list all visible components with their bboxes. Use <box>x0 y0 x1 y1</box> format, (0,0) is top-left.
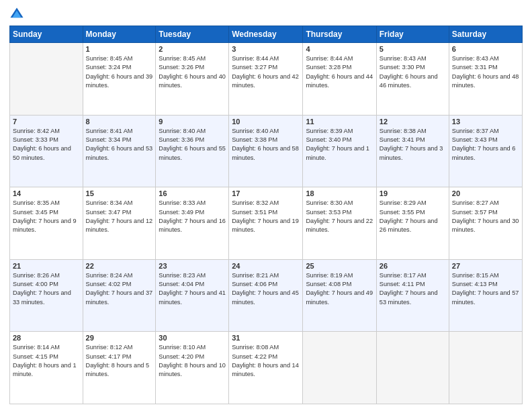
day-number: 26 <box>380 262 446 270</box>
day-info: Sunrise: 8:30 AMSunset: 3:53 PMDaylight:… <box>306 199 373 234</box>
calendar-cell <box>303 332 376 404</box>
day-info: Sunrise: 8:40 AMSunset: 3:36 PMDaylight:… <box>159 127 226 163</box>
calendar-cell: 7Sunrise: 8:42 AMSunset: 3:33 PMDaylight… <box>10 115 83 187</box>
day-info: Sunrise: 8:14 AMSunset: 4:15 PMDaylight:… <box>13 343 80 379</box>
day-info: Sunrise: 8:29 AMSunset: 3:55 PMDaylight:… <box>380 199 446 234</box>
day-number: 30 <box>159 334 226 342</box>
day-number: 5 <box>380 45 446 53</box>
day-info: Sunrise: 8:37 AMSunset: 3:43 PMDaylight:… <box>452 127 519 163</box>
day-number: 6 <box>452 45 519 53</box>
header-sunday: Sunday <box>10 26 83 43</box>
calendar-cell <box>10 43 83 116</box>
day-number: 14 <box>13 189 80 197</box>
day-number: 8 <box>86 118 153 126</box>
day-number: 18 <box>306 189 373 197</box>
calendar-header-row: SundayMondayTuesdayWednesdayThursdayFrid… <box>10 26 523 43</box>
calendar-cell: 28Sunrise: 8:14 AMSunset: 4:15 PMDayligh… <box>10 332 83 404</box>
day-number: 12 <box>380 118 446 126</box>
day-number: 2 <box>159 45 226 53</box>
day-info: Sunrise: 8:39 AMSunset: 3:40 PMDaylight:… <box>306 127 373 163</box>
day-number: 24 <box>232 262 300 270</box>
calendar-cell: 4Sunrise: 8:44 AMSunset: 3:28 PMDaylight… <box>303 43 376 116</box>
calendar-week-2: 7Sunrise: 8:42 AMSunset: 3:33 PMDaylight… <box>10 115 523 187</box>
calendar-cell <box>376 332 449 404</box>
calendar-week-1: 1Sunrise: 8:45 AMSunset: 3:24 PMDaylight… <box>10 43 523 116</box>
day-number: 13 <box>452 118 519 126</box>
day-info: Sunrise: 8:40 AMSunset: 3:38 PMDaylight:… <box>232 127 300 163</box>
calendar-cell: 8Sunrise: 8:41 AMSunset: 3:34 PMDaylight… <box>83 115 156 187</box>
header-thursday: Thursday <box>303 26 376 43</box>
header-monday: Monday <box>83 26 156 43</box>
calendar-cell: 1Sunrise: 8:45 AMSunset: 3:24 PMDaylight… <box>83 43 156 116</box>
day-info: Sunrise: 8:12 AMSunset: 4:17 PMDaylight:… <box>86 343 153 379</box>
day-info: Sunrise: 8:41 AMSunset: 3:34 PMDaylight:… <box>86 127 153 163</box>
calendar-cell: 20Sunrise: 8:27 AMSunset: 3:57 PMDayligh… <box>449 187 522 260</box>
day-info: Sunrise: 8:15 AMSunset: 4:13 PMDaylight:… <box>452 271 519 307</box>
day-number: 3 <box>232 45 300 53</box>
calendar-cell: 21Sunrise: 8:26 AMSunset: 4:00 PMDayligh… <box>10 259 83 332</box>
header-tuesday: Tuesday <box>156 26 229 43</box>
day-info: Sunrise: 8:32 AMSunset: 3:51 PMDaylight:… <box>232 199 300 234</box>
day-number: 22 <box>86 262 153 270</box>
day-info: Sunrise: 8:43 AMSunset: 3:30 PMDaylight:… <box>380 54 446 90</box>
calendar-cell: 6Sunrise: 8:43 AMSunset: 3:31 PMDaylight… <box>449 43 522 116</box>
calendar-cell: 23Sunrise: 8:23 AMSunset: 4:04 PMDayligh… <box>156 259 229 332</box>
day-info: Sunrise: 8:23 AMSunset: 4:04 PMDaylight:… <box>159 271 226 307</box>
day-number: 15 <box>86 189 153 197</box>
calendar-cell: 18Sunrise: 8:30 AMSunset: 3:53 PMDayligh… <box>303 187 376 260</box>
day-number: 28 <box>13 334 80 342</box>
calendar-table: SundayMondayTuesdayWednesdayThursdayFrid… <box>9 26 523 404</box>
calendar-cell: 15Sunrise: 8:34 AMSunset: 3:47 PMDayligh… <box>83 187 156 260</box>
day-info: Sunrise: 8:17 AMSunset: 4:11 PMDaylight:… <box>380 271 446 307</box>
calendar-cell: 14Sunrise: 8:35 AMSunset: 3:45 PMDayligh… <box>10 187 83 260</box>
calendar-cell: 31Sunrise: 8:08 AMSunset: 4:22 PMDayligh… <box>229 332 303 404</box>
day-number: 4 <box>306 45 373 53</box>
calendar-cell: 30Sunrise: 8:10 AMSunset: 4:20 PMDayligh… <box>156 332 229 404</box>
page: SundayMondayTuesdayWednesdayThursdayFrid… <box>0 0 532 411</box>
day-info: Sunrise: 8:45 AMSunset: 3:26 PMDaylight:… <box>159 54 226 90</box>
day-number: 9 <box>159 118 226 126</box>
day-info: Sunrise: 8:45 AMSunset: 3:24 PMDaylight:… <box>86 54 153 90</box>
day-number: 20 <box>452 189 519 197</box>
header-wednesday: Wednesday <box>229 26 303 43</box>
day-number: 25 <box>306 262 373 270</box>
header-friday: Friday <box>376 26 449 43</box>
calendar-week-4: 21Sunrise: 8:26 AMSunset: 4:00 PMDayligh… <box>10 259 523 332</box>
calendar-cell: 16Sunrise: 8:33 AMSunset: 3:49 PMDayligh… <box>156 187 229 260</box>
calendar-cell: 5Sunrise: 8:43 AMSunset: 3:30 PMDaylight… <box>376 43 449 116</box>
day-info: Sunrise: 8:27 AMSunset: 3:57 PMDaylight:… <box>452 199 519 234</box>
calendar-cell: 2Sunrise: 8:45 AMSunset: 3:26 PMDaylight… <box>156 43 229 116</box>
calendar-cell: 27Sunrise: 8:15 AMSunset: 4:13 PMDayligh… <box>449 259 522 332</box>
calendar-cell: 29Sunrise: 8:12 AMSunset: 4:17 PMDayligh… <box>83 332 156 404</box>
calendar-cell: 12Sunrise: 8:38 AMSunset: 3:41 PMDayligh… <box>376 115 449 187</box>
calendar-cell: 22Sunrise: 8:24 AMSunset: 4:02 PMDayligh… <box>83 259 156 332</box>
day-info: Sunrise: 8:08 AMSunset: 4:22 PMDaylight:… <box>232 343 300 379</box>
day-number: 21 <box>13 262 80 270</box>
day-info: Sunrise: 8:21 AMSunset: 4:06 PMDaylight:… <box>232 271 300 307</box>
calendar-cell: 3Sunrise: 8:44 AMSunset: 3:27 PMDaylight… <box>229 43 303 116</box>
day-number: 23 <box>159 262 226 270</box>
day-info: Sunrise: 8:35 AMSunset: 3:45 PMDaylight:… <box>13 199 80 234</box>
calendar-cell: 17Sunrise: 8:32 AMSunset: 3:51 PMDayligh… <box>229 187 303 260</box>
calendar-cell: 9Sunrise: 8:40 AMSunset: 3:36 PMDaylight… <box>156 115 229 187</box>
logo <box>9 7 27 21</box>
calendar-cell: 26Sunrise: 8:17 AMSunset: 4:11 PMDayligh… <box>376 259 449 332</box>
header-saturday: Saturday <box>449 26 522 43</box>
day-number: 31 <box>232 334 300 342</box>
day-info: Sunrise: 8:43 AMSunset: 3:31 PMDaylight:… <box>452 54 519 90</box>
day-number: 27 <box>452 262 519 270</box>
logo-icon <box>9 7 24 21</box>
header <box>9 7 523 21</box>
day-info: Sunrise: 8:44 AMSunset: 3:28 PMDaylight:… <box>306 54 373 90</box>
day-number: 11 <box>306 118 373 126</box>
calendar-cell: 19Sunrise: 8:29 AMSunset: 3:55 PMDayligh… <box>376 187 449 260</box>
calendar-cell: 25Sunrise: 8:19 AMSunset: 4:08 PMDayligh… <box>303 259 376 332</box>
day-info: Sunrise: 8:10 AMSunset: 4:20 PMDaylight:… <box>159 343 226 379</box>
calendar-cell: 11Sunrise: 8:39 AMSunset: 3:40 PMDayligh… <box>303 115 376 187</box>
calendar-cell: 10Sunrise: 8:40 AMSunset: 3:38 PMDayligh… <box>229 115 303 187</box>
day-info: Sunrise: 8:19 AMSunset: 4:08 PMDaylight:… <box>306 271 373 307</box>
day-info: Sunrise: 8:33 AMSunset: 3:49 PMDaylight:… <box>159 199 226 234</box>
day-number: 7 <box>13 118 80 126</box>
calendar-week-3: 14Sunrise: 8:35 AMSunset: 3:45 PMDayligh… <box>10 187 523 260</box>
day-info: Sunrise: 8:34 AMSunset: 3:47 PMDaylight:… <box>86 199 153 234</box>
